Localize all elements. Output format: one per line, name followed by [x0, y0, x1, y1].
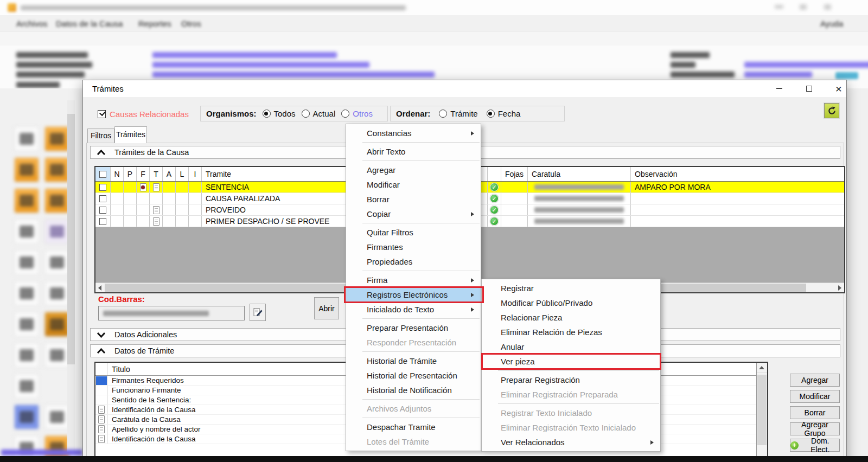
menu-item-constancias[interactable]: Constancias	[346, 126, 481, 140]
unknown-icon[interactable]	[14, 405, 39, 429]
unknown-icon[interactable]	[44, 343, 69, 368]
vertical-scrollbar[interactable]	[756, 363, 767, 462]
unknown-icon[interactable]	[14, 126, 39, 151]
submenu-item-ver-pieza[interactable]: Ver pieza	[482, 354, 660, 369]
titulo-header[interactable]: Titulo	[107, 365, 130, 374]
dialog-titlebar[interactable]: Trámites ×	[83, 80, 846, 97]
sidebar-scrollbar[interactable]	[67, 100, 75, 452]
submenu-item-modificar-publico-privado[interactable]: Modificar Público/Privado	[482, 296, 660, 310]
menu-item-quitar-filtros[interactable]: Quitar Filtros	[346, 225, 481, 240]
menu-item-copiar[interactable]: Copiar	[346, 207, 481, 221]
unknown-icon[interactable]	[44, 405, 69, 429]
maximize-button[interactable]	[797, 80, 820, 97]
unknown-icon[interactable]	[14, 281, 39, 306]
unknown-icon[interactable]	[14, 188, 39, 213]
unknown-icon[interactable]	[14, 374, 39, 399]
radio-fecha[interactable]: Fecha	[487, 109, 521, 118]
minimize-button[interactable]	[768, 80, 790, 97]
unknown-icon[interactable]	[14, 219, 39, 244]
menu-otros[interactable]: Otros	[181, 19, 201, 28]
menu-item-borrar[interactable]: Borrar	[346, 192, 481, 207]
minimize-icon[interactable]	[775, 5, 783, 9]
dom-elect-button[interactable]: + Dom. Elect.	[790, 439, 840, 452]
menu-item-modificar[interactable]: Modificar	[346, 177, 481, 192]
menu-reportes[interactable]: Reportes	[138, 19, 171, 28]
checkbox-checked-icon[interactable]	[98, 110, 106, 118]
maximize-icon[interactable]	[800, 4, 807, 10]
menu-item-historial-de-tramite[interactable]: Historial de Trámite	[346, 354, 481, 368]
scroll-up-button[interactable]	[757, 363, 767, 373]
menu-item-agregar[interactable]: Agregar	[346, 163, 481, 177]
scroll-left-icon[interactable]	[98, 285, 101, 291]
refresh-button[interactable]	[824, 103, 839, 118]
unknown-icon[interactable]	[44, 281, 69, 306]
unknown-icon[interactable]	[44, 188, 69, 213]
col-header-fojas[interactable]: Fojas	[501, 167, 528, 181]
radio-selected-icon[interactable]	[263, 110, 271, 118]
submenu-item-relacionar-pieza[interactable]: Relacionar Pieza	[482, 310, 660, 325]
tab-filtros[interactable]: Filtros	[87, 129, 114, 143]
unknown-icon[interactable]	[14, 157, 39, 182]
select-all-checkbox[interactable]	[95, 167, 111, 181]
edit-barcode-button[interactable]	[250, 304, 266, 321]
col-header-a[interactable]: A	[163, 167, 176, 181]
scrollbar-thumb[interactable]	[757, 375, 767, 445]
menu-item-firma[interactable]: Firma	[346, 273, 481, 287]
sidebar-scrollbar-thumb[interactable]	[67, 114, 75, 364]
unknown-icon[interactable]	[44, 126, 69, 151]
menu-ayuda[interactable]: Ayuda	[820, 19, 843, 28]
submenu-item-preparar-registracion[interactable]: Preparar Registración	[482, 373, 660, 387]
radio-otros[interactable]: Otros	[341, 109, 373, 118]
col-header-i[interactable]: I	[189, 167, 202, 181]
submenu-item-ver-relacionados[interactable]: Ver Relacionados	[482, 435, 660, 450]
unknown-icon[interactable]	[44, 157, 69, 182]
menu-item-firmantes[interactable]: Firmantes	[346, 240, 481, 254]
modificar-button[interactable]: Modificar	[790, 390, 840, 403]
unknown-icon[interactable]	[14, 312, 39, 337]
abrir-button[interactable]: Abrir	[314, 297, 339, 319]
radio-icon[interactable]	[341, 110, 349, 118]
chevron-down-icon[interactable]	[97, 332, 106, 338]
cod-barras-input[interactable]	[98, 306, 245, 320]
submenu-item-registrar[interactable]: Registrar	[482, 281, 660, 296]
radio-todos[interactable]: Todos	[263, 109, 296, 118]
tab-tramites[interactable]: Trámites	[114, 126, 147, 143]
agregar-button[interactable]: Agregar	[790, 374, 840, 387]
col-header-n[interactable]: N	[111, 167, 124, 181]
submenu-item-eliminar-relacion-de-piezas[interactable]: Eliminar Relación de Piezas	[482, 325, 660, 339]
agregar-grupo-button[interactable]: Agregar Grupo	[790, 422, 840, 435]
row-checkbox[interactable]	[95, 193, 111, 204]
radio-selected-icon[interactable]	[487, 110, 495, 118]
col-header-l[interactable]: L	[176, 167, 189, 181]
menu-item-historial-de-presentacion[interactable]: Historial de Presentación	[346, 368, 481, 383]
col-header-f[interactable]: F	[137, 167, 150, 181]
chevron-up-icon[interactable]	[97, 348, 106, 354]
col-header-p[interactable]: P	[124, 167, 137, 181]
close-icon[interactable]	[824, 4, 831, 10]
radio-actual[interactable]: Actual	[302, 109, 336, 118]
unknown-icon[interactable]	[14, 343, 39, 368]
unknown-icon[interactable]	[44, 250, 69, 275]
chevron-up-icon[interactable]	[97, 150, 106, 156]
menu-item-preparar-presentacion[interactable]: Preparar Presentación	[346, 320, 481, 335]
borrar-button[interactable]: Borrar	[790, 406, 840, 419]
menu-item-inicialado-de-texto[interactable]: Inicialado de Texto	[346, 302, 481, 317]
menu-item-historial-de-notificacion[interactable]: Historial de Notificación	[346, 383, 481, 397]
col-header-t[interactable]: T	[150, 167, 163, 181]
causas-relacionadas-checkbox[interactable]: Causas Relacionadas	[98, 106, 189, 121]
radio-icon[interactable]	[302, 110, 310, 118]
col-header-observacion[interactable]: Observación	[631, 167, 844, 181]
menu-item-propiedades[interactable]: Propiedades	[346, 254, 481, 269]
unknown-icon[interactable]	[44, 219, 69, 244]
redacted-link[interactable]	[1, 450, 82, 455]
menu-datos-de-la-causa[interactable]: Datos de la Causa	[56, 19, 123, 28]
menu-item-registros-electronicos[interactable]: Registros Electrónicos	[346, 287, 481, 302]
row-checkbox[interactable]	[95, 182, 111, 193]
row-checkbox[interactable]	[95, 216, 111, 227]
menu-archivos[interactable]: Archivos	[16, 19, 48, 28]
scroll-right-icon[interactable]	[838, 285, 841, 291]
submenu-item-anular[interactable]: Anular	[482, 339, 660, 354]
radio-tramite[interactable]: Trámite	[439, 109, 477, 118]
unknown-icon[interactable]	[14, 250, 39, 275]
col-header-status[interactable]	[488, 167, 501, 181]
